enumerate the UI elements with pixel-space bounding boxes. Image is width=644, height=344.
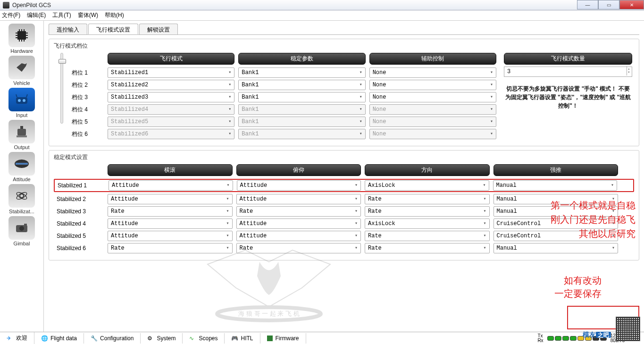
yaw-combo[interactable]: Rate — [365, 194, 490, 204]
camera-icon — [8, 216, 35, 240]
svg-line-17 — [26, 94, 27, 97]
roll-combo[interactable]: Attitude — [109, 180, 233, 191]
svg-rect-20 — [20, 126, 23, 129]
chip-icon — [8, 24, 35, 47]
menu-window[interactable]: 窗体(W) — [78, 11, 98, 19]
row-label: Stabilized 5 — [54, 233, 106, 239]
row-label: Stabilized 6 — [54, 245, 106, 252]
bottom-tab-system[interactable]: ⚙System — [141, 333, 183, 344]
sidebar-item-output[interactable]: Output — [0, 120, 43, 150]
yaw-combo[interactable]: Rate — [365, 231, 490, 241]
bank-combo[interactable]: Bank1 — [238, 92, 365, 102]
app-icon — [3, 2, 9, 8]
header-pitch: 俯仰 — [236, 164, 361, 176]
mode-slider[interactable] — [60, 53, 63, 124]
minimize-button[interactable]: — — [577, 0, 598, 9]
flight-mode-combo[interactable]: Stabilized3 — [108, 92, 234, 102]
row-label: 档位 6 — [69, 130, 106, 138]
tab-flight-mode[interactable]: 飞行模式设置 — [88, 24, 138, 34]
header-roll: 横滚 — [108, 164, 233, 176]
pitch-combo[interactable]: Rate — [236, 206, 361, 217]
mode-count-spinner[interactable]: 3 — [504, 67, 632, 77]
bottom-tab-hitl[interactable]: 🎮HITL — [225, 333, 260, 344]
bottom-tab-flightdata[interactable]: 🌐Flight data — [34, 333, 84, 344]
yaw-combo[interactable]: AxisLock — [365, 180, 489, 191]
svg-rect-0 — [17, 31, 26, 40]
stable-row: Stabilized 5AttitudeAttitudeRateCruiseCo… — [54, 231, 634, 241]
sidebar-item-hardware[interactable]: Hardware — [0, 24, 43, 54]
flight-mode-row: 档位 1Stabilized1Bank1None — [69, 67, 498, 78]
flight-mode-combo[interactable]: Stabilized2 — [108, 80, 234, 90]
svg-point-15 — [23, 99, 25, 102]
bottom-tab-scopes[interactable]: ∿Scopes — [183, 333, 225, 344]
wrench-icon: 🔧 — [91, 335, 97, 342]
annotation-auto-stable: 第一个模式就是自稳 刚入门还是先自稳飞 其他以后研究 — [551, 198, 636, 241]
svg-rect-22 — [16, 163, 28, 165]
sidebar-item-stabilization[interactable]: Stabilizat... — [0, 184, 43, 214]
bank-combo: Bank1 — [238, 117, 365, 127]
close-button[interactable]: ✕ — [619, 0, 644, 9]
roll-combo[interactable]: Attitude — [108, 194, 233, 204]
tab-bar: 遥控输入 飞行模式设置 解锁设置 — [49, 24, 639, 35]
tab-unlock[interactable]: 解锁设置 — [139, 24, 178, 34]
window-title: OpenPilot GCS — [12, 2, 51, 8]
assist-combo[interactable]: None — [369, 80, 496, 90]
menu-file[interactable]: 文件(F) — [2, 11, 20, 19]
flight-mode-row: 档位 4Stabilized4Bank1None — [69, 104, 498, 115]
flight-mode-combo: Stabilized5 — [108, 117, 234, 127]
brand-watermark: 模友之吧 — [583, 331, 611, 339]
assist-combo[interactable]: None — [369, 92, 496, 102]
sidebar-item-gimbal[interactable]: Gimbal — [0, 216, 43, 246]
sidebar-item-input[interactable]: Input — [0, 88, 43, 118]
scope-icon: ∿ — [189, 335, 196, 342]
stable-mode-title: 稳定模式设置 — [54, 153, 634, 161]
row-label: Stabilized 4 — [54, 220, 106, 227]
roll-combo[interactable]: Attitude — [108, 218, 233, 229]
bank-combo[interactable]: Bank1 — [238, 67, 365, 78]
menu-tools[interactable]: 工具(T) — [52, 11, 71, 19]
annotation-save: 如有改动 一定要保存 — [554, 274, 602, 300]
row-label: 档位 4 — [69, 106, 106, 114]
roll-combo[interactable]: Rate — [108, 243, 233, 253]
header-flight-mode: 飞行模式 — [108, 53, 234, 65]
yaw-combo[interactable]: Rate — [365, 206, 490, 217]
stable-row: Stabilized 4AttitudeAttitudeAxisLockCrui… — [54, 218, 634, 229]
attitude-icon — [8, 152, 35, 176]
yaw-combo[interactable]: Rate — [365, 243, 490, 253]
yaw-combo[interactable]: AxisLock — [365, 218, 490, 229]
flight-mode-combo[interactable]: Stabilized1 — [108, 67, 234, 78]
header-thrust: 强推 — [493, 164, 619, 176]
maximize-button[interactable]: ▭ — [598, 0, 619, 9]
assist-combo: None — [369, 104, 496, 115]
sidebar-item-attitude[interactable]: Attitude — [0, 152, 43, 182]
motor-icon — [8, 120, 35, 143]
roll-combo[interactable]: Attitude — [108, 231, 233, 241]
globe-icon: 🌐 — [41, 335, 48, 342]
pitch-combo[interactable]: Attitude — [236, 194, 361, 204]
tab-remote-input[interactable]: 遥控输入 — [49, 24, 87, 34]
row-label: 档位 3 — [69, 93, 106, 101]
bottom-tab-configuration[interactable]: 🔧Configuration — [84, 333, 141, 344]
bank-combo: Bank1 — [238, 104, 365, 115]
svg-rect-13 — [16, 97, 27, 104]
pitch-combo[interactable]: Attitude — [237, 180, 361, 191]
sidebar-item-vehicle[interactable]: Vehicle — [0, 56, 43, 86]
assist-combo[interactable]: None — [369, 67, 496, 78]
row-label: Stabilized 3 — [54, 208, 106, 215]
menu-edit[interactable]: 编辑(E) — [27, 11, 46, 19]
pitch-combo[interactable]: Rate — [236, 243, 361, 253]
bank-combo[interactable]: Bank1 — [238, 80, 365, 90]
window-titlebar: OpenPilot GCS — ▭ ✕ — [0, 0, 644, 10]
slider-thumb-icon — [59, 59, 66, 64]
menu-help[interactable]: 帮助(H) — [105, 11, 124, 19]
roll-combo[interactable]: Rate — [108, 206, 233, 217]
svg-rect-19 — [17, 135, 27, 137]
thrust-combo[interactable]: Manual — [493, 180, 618, 191]
bottom-tab-firmware[interactable]: Firmware — [260, 333, 306, 344]
pitch-combo[interactable]: Attitude — [236, 231, 361, 241]
pitch-combo[interactable]: Attitude — [236, 218, 361, 229]
bottom-tab-welcome[interactable]: ✈欢迎 — [0, 332, 34, 344]
assist-combo: None — [369, 129, 496, 139]
svg-point-27 — [19, 226, 24, 231]
thrust-combo[interactable]: Manual — [493, 243, 619, 253]
